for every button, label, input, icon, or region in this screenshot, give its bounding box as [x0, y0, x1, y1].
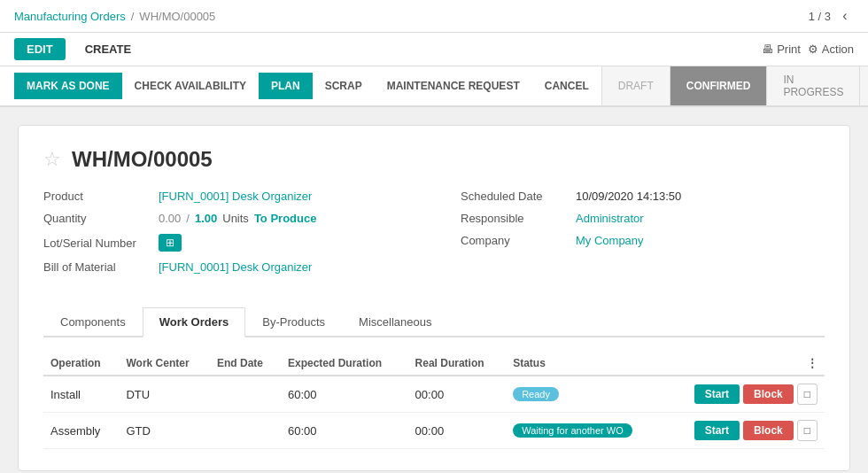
- status-step-confirmed: CONFIRMED: [670, 66, 767, 105]
- block-button-1[interactable]: Block: [743, 421, 794, 440]
- company-value[interactable]: My Company: [576, 234, 644, 247]
- breadcrumb-parent[interactable]: Manufacturing Orders: [14, 10, 126, 23]
- lot-serial-field-row: Lot/Serial Number ⊞: [43, 234, 407, 252]
- breadcrumb-separator: /: [131, 10, 135, 23]
- tab-by-products[interactable]: By-Products: [245, 307, 342, 337]
- responsible-value[interactable]: Administrator: [576, 212, 644, 225]
- quantity-value: 0.00 / 1.00 Units To Produce: [159, 212, 316, 225]
- wo-work-center-0: DTU: [119, 376, 210, 413]
- work-order-row-1: Assembly GTD 60:00 00:00 Waiting for ano…: [43, 413, 825, 449]
- wo-end-date-0: [210, 376, 281, 413]
- qty-sep: /: [186, 212, 190, 225]
- product-value[interactable]: [FURN_0001] Desk Organizer: [159, 190, 312, 203]
- responsible-label: Responsible: [461, 212, 576, 225]
- work-orders-table: Operation Work Center End Date Expected …: [43, 352, 825, 449]
- detail-button-0[interactable]: □: [797, 384, 818, 405]
- block-button-0[interactable]: Block: [743, 384, 794, 404]
- wo-expected-duration-1: 60:00: [281, 413, 408, 449]
- status-badge-0: Ready: [513, 387, 559, 401]
- action-label: Action: [822, 43, 854, 56]
- scheduled-date-field-row: Scheduled Date 10/09/2020 14:13:50: [461, 190, 825, 203]
- wo-actions-1: Start Block □: [670, 420, 818, 441]
- pagination: 1 / 3 ‹: [809, 7, 854, 25]
- lot-serial-button[interactable]: ⊞: [159, 234, 182, 252]
- scrap-button[interactable]: SCRAP: [313, 73, 375, 99]
- wo-actions-0: Start Block □: [670, 384, 818, 405]
- print-icon: 🖶: [762, 43, 773, 56]
- start-button-1[interactable]: Start: [694, 421, 740, 440]
- form-right-column: Scheduled Date 10/09/2020 14:13:50 Respo…: [461, 190, 825, 283]
- wo-real-duration-1: 00:00: [408, 413, 507, 449]
- qty-current: 0.00: [159, 212, 181, 225]
- wo-operation-1: Assembly: [43, 413, 119, 449]
- tab-components[interactable]: Components: [43, 307, 143, 337]
- title-row: ☆ WH/MO/00005: [43, 147, 825, 172]
- work-order-row-0: Install DTU 60:00 00:00 Ready Start Bloc…: [43, 376, 825, 413]
- wo-end-date-1: [210, 413, 281, 449]
- maintenance-request-button[interactable]: MAINTENANCE REQUEST: [375, 73, 532, 99]
- form-body: Product [FURN_0001] Desk Organizer Quant…: [43, 190, 825, 283]
- qty-action: To Produce: [254, 212, 317, 225]
- breadcrumb-current: WH/MO/00005: [139, 10, 215, 23]
- tab-work-orders[interactable]: Work Orders: [143, 307, 246, 337]
- status-badge-1: Waiting for another WO: [513, 423, 632, 438]
- check-availability-button[interactable]: CHECK AVAILABILITY: [122, 73, 259, 99]
- wo-status-0: Ready: [506, 376, 663, 413]
- status-steps: DRAFT CONFIRMED IN PROGRESS DON: [601, 66, 868, 105]
- nav-prev-icon[interactable]: ‹: [836, 7, 854, 25]
- mark-done-button[interactable]: MARK AS DONE: [14, 73, 122, 99]
- wo-operation-0: Install: [43, 376, 119, 413]
- tab-miscellaneous[interactable]: Miscellaneous: [342, 307, 448, 337]
- pagination-text: 1 / 3: [809, 10, 831, 23]
- quantity-field-row: Quantity 0.00 / 1.00 Units To Produce: [43, 212, 407, 225]
- form-title: WH/MO/00005: [72, 147, 213, 172]
- quantity-label: Quantity: [43, 212, 159, 225]
- action-button[interactable]: ⚙ Action: [808, 43, 854, 56]
- top-bar: Manufacturing Orders / WH/MO/00005 1 / 3…: [0, 0, 868, 33]
- form-left-column: Product [FURN_0001] Desk Organizer Quant…: [43, 190, 407, 283]
- plan-button[interactable]: PLAN: [259, 73, 313, 99]
- bom-field-row: Bill of Material [FURN_0001] Desk Organi…: [43, 260, 407, 274]
- breadcrumb: Manufacturing Orders / WH/MO/00005: [14, 10, 215, 23]
- form-card: ☆ WH/MO/00005 Product [FURN_0001] Desk O…: [18, 125, 850, 471]
- status-step-draft: DRAFT: [601, 66, 670, 105]
- bom-value[interactable]: [FURN_0001] Desk Organizer: [159, 260, 312, 274]
- edit-button[interactable]: EDIT: [14, 38, 66, 60]
- col-operation: Operation: [43, 352, 119, 376]
- col-end-date: End Date: [210, 352, 281, 376]
- wo-work-center-1: GTD: [119, 413, 210, 449]
- col-work-center: Work Center: [119, 352, 210, 376]
- print-button[interactable]: 🖶 Print: [762, 43, 801, 56]
- company-label: Company: [461, 234, 576, 247]
- col-status: Status: [506, 352, 663, 376]
- responsible-field-row: Responsible Administrator: [461, 212, 825, 225]
- start-button-0[interactable]: Start: [694, 384, 740, 404]
- status-step-done: DON: [859, 66, 868, 105]
- main-content: ☆ WH/MO/00005 Product [FURN_0001] Desk O…: [0, 107, 868, 473]
- qty-unit: Units: [222, 212, 249, 225]
- scheduled-date-label: Scheduled Date: [461, 190, 576, 203]
- action-bar: EDIT CREATE 🖶 Print ⚙ Action: [0, 33, 868, 66]
- wo-expected-duration-0: 60:00: [281, 376, 408, 413]
- cancel-button[interactable]: CANCEL: [532, 73, 601, 99]
- tabs: Components Work Orders By-Products Misce…: [43, 307, 825, 337]
- toolbar: MARK AS DONE CHECK AVAILABILITY PLAN SCR…: [0, 66, 868, 107]
- print-label: Print: [777, 43, 801, 56]
- create-button[interactable]: CREATE: [73, 38, 143, 60]
- col-expected-duration: Expected Duration: [281, 352, 408, 376]
- col-real-duration: Real Duration: [408, 352, 507, 376]
- bom-label: Bill of Material: [43, 260, 159, 274]
- status-step-in-progress: IN PROGRESS: [766, 66, 859, 105]
- qty-target: 1.00: [195, 212, 217, 225]
- gear-icon: ⚙: [808, 43, 818, 56]
- top-bar-right: 1 / 3 ‹: [809, 7, 854, 25]
- wo-status-1: Waiting for another WO: [506, 413, 663, 449]
- col-menu[interactable]: ⋮: [663, 352, 825, 376]
- lot-serial-label: Lot/Serial Number: [43, 237, 159, 250]
- product-field-row: Product [FURN_0001] Desk Organizer: [43, 190, 407, 203]
- detail-button-1[interactable]: □: [797, 420, 818, 441]
- product-label: Product: [43, 190, 159, 203]
- scheduled-date-value: 10/09/2020 14:13:50: [576, 190, 681, 203]
- wo-real-duration-0: 00:00: [408, 376, 507, 413]
- favorite-star-icon[interactable]: ☆: [43, 148, 61, 171]
